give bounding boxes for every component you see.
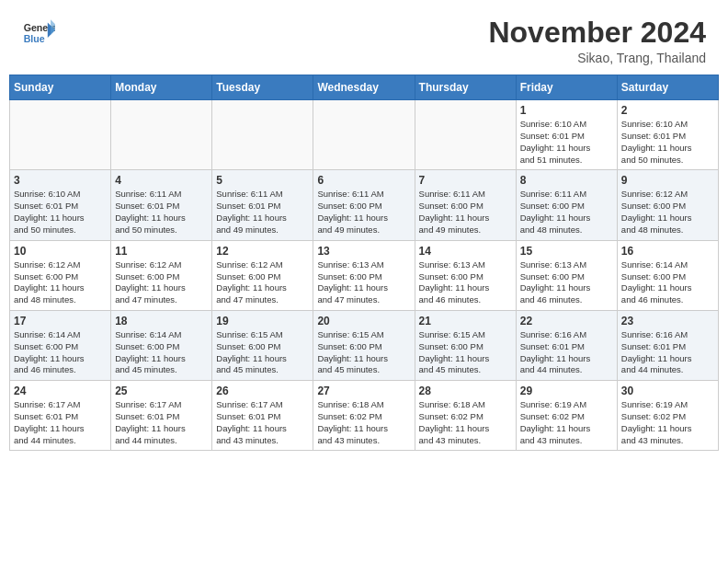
- calendar-cell: 13Sunrise: 6:13 AMSunset: 6:00 PMDayligh…: [313, 240, 415, 310]
- calendar-week-row: 3Sunrise: 6:10 AMSunset: 6:01 PMDaylight…: [10, 170, 719, 240]
- day-number: 28: [419, 385, 512, 397]
- day-info: Sunrise: 6:18 AMSunset: 6:02 PMDaylight:…: [419, 399, 512, 446]
- day-info: Sunrise: 6:13 AMSunset: 6:00 PMDaylight:…: [419, 259, 512, 306]
- day-number: 25: [115, 385, 208, 397]
- day-info: Sunrise: 6:15 AMSunset: 6:00 PMDaylight:…: [317, 329, 410, 376]
- weekday-header-tuesday: Tuesday: [212, 75, 313, 100]
- day-info: Sunrise: 6:19 AMSunset: 6:02 PMDaylight:…: [520, 399, 613, 446]
- day-number: 8: [520, 174, 613, 187]
- calendar-week-row: 24Sunrise: 6:17 AMSunset: 6:01 PMDayligh…: [10, 381, 719, 451]
- day-number: 20: [317, 315, 410, 327]
- day-number: 10: [14, 245, 107, 258]
- weekday-header-sunday: Sunday: [10, 75, 111, 100]
- day-number: 3: [14, 174, 107, 187]
- day-number: 13: [317, 245, 410, 258]
- location: Sikao, Trang, Thailand: [488, 51, 706, 65]
- weekday-header-row: SundayMondayTuesdayWednesdayThursdayFrid…: [10, 75, 719, 100]
- day-info: Sunrise: 6:15 AMSunset: 6:00 PMDaylight:…: [216, 329, 309, 376]
- day-number: 7: [419, 174, 512, 187]
- calendar-table: SundayMondayTuesdayWednesdayThursdayFrid…: [9, 75, 719, 451]
- day-number: 29: [520, 385, 613, 397]
- calendar-cell: 24Sunrise: 6:17 AMSunset: 6:01 PMDayligh…: [10, 381, 111, 451]
- day-number: 2: [621, 104, 714, 117]
- calendar-cell: 14Sunrise: 6:13 AMSunset: 6:00 PMDayligh…: [415, 240, 516, 310]
- calendar-cell: 8Sunrise: 6:11 AMSunset: 6:00 PMDaylight…: [516, 170, 617, 240]
- calendar-cell: 11Sunrise: 6:12 AMSunset: 6:00 PMDayligh…: [111, 240, 212, 310]
- calendar-cell: 23Sunrise: 6:16 AMSunset: 6:01 PMDayligh…: [617, 310, 718, 380]
- day-info: Sunrise: 6:18 AMSunset: 6:02 PMDaylight:…: [317, 399, 410, 446]
- calendar-cell: 12Sunrise: 6:12 AMSunset: 6:00 PMDayligh…: [212, 240, 313, 310]
- calendar-cell: [415, 100, 516, 170]
- weekday-header-saturday: Saturday: [617, 75, 718, 100]
- calendar-cell: 16Sunrise: 6:14 AMSunset: 6:00 PMDayligh…: [617, 240, 718, 310]
- calendar-cell: 25Sunrise: 6:17 AMSunset: 6:01 PMDayligh…: [111, 381, 212, 451]
- day-info: Sunrise: 6:16 AMSunset: 6:01 PMDaylight:…: [520, 329, 613, 376]
- weekday-header-friday: Friday: [516, 75, 617, 100]
- day-info: Sunrise: 6:16 AMSunset: 6:01 PMDaylight:…: [621, 329, 714, 376]
- day-number: 23: [621, 315, 714, 327]
- day-info: Sunrise: 6:13 AMSunset: 6:00 PMDaylight:…: [317, 259, 410, 306]
- weekday-header-wednesday: Wednesday: [313, 75, 415, 100]
- day-info: Sunrise: 6:14 AMSunset: 6:00 PMDaylight:…: [14, 329, 107, 376]
- day-info: Sunrise: 6:11 AMSunset: 6:01 PMDaylight:…: [115, 189, 208, 236]
- weekday-header-thursday: Thursday: [415, 75, 516, 100]
- day-number: 22: [520, 315, 613, 327]
- day-info: Sunrise: 6:11 AMSunset: 6:01 PMDaylight:…: [216, 189, 309, 236]
- day-info: Sunrise: 6:11 AMSunset: 6:00 PMDaylight:…: [520, 189, 613, 236]
- day-number: 11: [115, 245, 208, 258]
- day-info: Sunrise: 6:17 AMSunset: 6:01 PMDaylight:…: [14, 399, 107, 446]
- calendar-week-row: 10Sunrise: 6:12 AMSunset: 6:00 PMDayligh…: [10, 240, 719, 310]
- day-number: 9: [621, 174, 714, 187]
- day-number: 19: [216, 315, 309, 327]
- calendar-cell: 1Sunrise: 6:10 AMSunset: 6:01 PMDaylight…: [516, 100, 617, 170]
- day-info: Sunrise: 6:12 AMSunset: 6:00 PMDaylight:…: [14, 259, 107, 306]
- calendar-cell: 21Sunrise: 6:15 AMSunset: 6:00 PMDayligh…: [415, 310, 516, 380]
- calendar-cell: 3Sunrise: 6:10 AMSunset: 6:01 PMDaylight…: [10, 170, 111, 240]
- day-number: 1: [520, 104, 613, 117]
- day-info: Sunrise: 6:19 AMSunset: 6:02 PMDaylight:…: [621, 399, 714, 446]
- day-info: Sunrise: 6:10 AMSunset: 6:01 PMDaylight:…: [621, 119, 714, 166]
- day-number: 16: [621, 245, 714, 258]
- day-info: Sunrise: 6:12 AMSunset: 6:00 PMDaylight:…: [216, 259, 309, 306]
- day-info: Sunrise: 6:15 AMSunset: 6:00 PMDaylight:…: [419, 329, 512, 376]
- day-info: Sunrise: 6:11 AMSunset: 6:00 PMDaylight:…: [419, 189, 512, 236]
- calendar-cell: 7Sunrise: 6:11 AMSunset: 6:00 PMDaylight…: [415, 170, 516, 240]
- calendar-cell: 2Sunrise: 6:10 AMSunset: 6:01 PMDaylight…: [617, 100, 718, 170]
- day-number: 4: [115, 174, 208, 187]
- day-number: 26: [216, 385, 309, 397]
- day-number: 27: [317, 385, 410, 397]
- calendar-cell: 29Sunrise: 6:19 AMSunset: 6:02 PMDayligh…: [516, 381, 617, 451]
- day-number: 14: [419, 245, 512, 258]
- calendar-cell: [10, 100, 111, 170]
- calendar-week-row: 1Sunrise: 6:10 AMSunset: 6:01 PMDaylight…: [10, 100, 719, 170]
- calendar-cell: 27Sunrise: 6:18 AMSunset: 6:02 PMDayligh…: [313, 381, 415, 451]
- calendar-cell: 18Sunrise: 6:14 AMSunset: 6:00 PMDayligh…: [111, 310, 212, 380]
- calendar-cell: 4Sunrise: 6:11 AMSunset: 6:01 PMDaylight…: [111, 170, 212, 240]
- logo: General Blue: [22, 17, 55, 50]
- day-number: 24: [14, 385, 107, 397]
- weekday-header-monday: Monday: [111, 75, 212, 100]
- page-header: General Blue November 2024 Sikao, Trang,…: [0, 0, 728, 75]
- day-info: Sunrise: 6:13 AMSunset: 6:00 PMDaylight:…: [520, 259, 613, 306]
- calendar-cell: 17Sunrise: 6:14 AMSunset: 6:00 PMDayligh…: [10, 310, 111, 380]
- calendar-cell: 19Sunrise: 6:15 AMSunset: 6:00 PMDayligh…: [212, 310, 313, 380]
- calendar-week-row: 17Sunrise: 6:14 AMSunset: 6:00 PMDayligh…: [10, 310, 719, 380]
- calendar-cell: 6Sunrise: 6:11 AMSunset: 6:00 PMDaylight…: [313, 170, 415, 240]
- logo-icon: General Blue: [22, 17, 55, 50]
- day-info: Sunrise: 6:10 AMSunset: 6:01 PMDaylight:…: [14, 189, 107, 236]
- calendar-body: 1Sunrise: 6:10 AMSunset: 6:01 PMDaylight…: [10, 100, 719, 451]
- day-info: Sunrise: 6:10 AMSunset: 6:01 PMDaylight:…: [520, 119, 613, 166]
- day-info: Sunrise: 6:12 AMSunset: 6:00 PMDaylight:…: [621, 189, 714, 236]
- title-block: November 2024 Sikao, Trang, Thailand: [488, 17, 706, 65]
- calendar-cell: 22Sunrise: 6:16 AMSunset: 6:01 PMDayligh…: [516, 310, 617, 380]
- day-number: 18: [115, 315, 208, 327]
- day-number: 6: [317, 174, 410, 187]
- calendar-header: SundayMondayTuesdayWednesdayThursdayFrid…: [10, 75, 719, 100]
- calendar-cell: 30Sunrise: 6:19 AMSunset: 6:02 PMDayligh…: [617, 381, 718, 451]
- calendar-cell: 10Sunrise: 6:12 AMSunset: 6:00 PMDayligh…: [10, 240, 111, 310]
- calendar-cell: 26Sunrise: 6:17 AMSunset: 6:01 PMDayligh…: [212, 381, 313, 451]
- calendar-cell: 28Sunrise: 6:18 AMSunset: 6:02 PMDayligh…: [415, 381, 516, 451]
- calendar-cell: [313, 100, 415, 170]
- day-info: Sunrise: 6:17 AMSunset: 6:01 PMDaylight:…: [216, 399, 309, 446]
- day-number: 15: [520, 245, 613, 258]
